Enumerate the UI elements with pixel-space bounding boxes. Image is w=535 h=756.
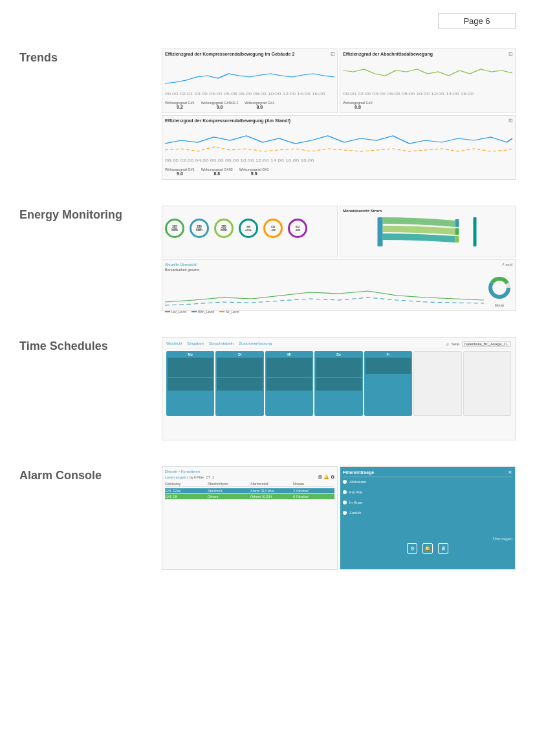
filterungen-label: Filterunggen — [343, 537, 512, 541]
schedule-day-di: Di — [215, 351, 263, 416]
energy-circles-panel: 265kWh 286kWh 295kWh 366of Nc 132-kW — [162, 206, 338, 257]
svg-text:00:00 02:00 04:00 06:00 08:00 : 00:00 02:00 04:00 06:00 08:00 10:00 12:0… — [165, 159, 314, 162]
seite-label: Seite — [452, 342, 460, 346]
filter-icon[interactable]: ⊞ — [318, 475, 322, 480]
close-icon[interactable]: ✕ — [508, 470, 512, 475]
expand-icon-2[interactable]: ⊡ — [508, 51, 513, 57]
schedule-box: Wochicht Eingaben Spruchstabeln Zusammen… — [162, 337, 516, 440]
energy-line-chart — [165, 273, 484, 308]
alarm-content: Dienste > Konsolieren Lesen angetrn by A… — [162, 466, 516, 570]
svg-text:00:90 02:90 04:00 06:00 08:00 : 00:90 02:90 04:00 06:00 08:00 10:00 12:0… — [343, 92, 474, 96]
time-schedules-section: Time Schedules Wochicht Eingaben Spruchs… — [0, 324, 535, 453]
expand-icon-3[interactable]: ⊡ — [508, 118, 513, 124]
alarm-section: Alarm Console Dienste > Konsolieren Lese… — [0, 453, 535, 583]
chart-footer-item-1: Wirkungsgrad G#1 9.2 — [165, 101, 195, 109]
footer-bell-icon[interactable]: 🔔 — [422, 543, 433, 554]
time-schedules-content: Wochicht Eingaben Spruchstabeln Zusammen… — [162, 337, 516, 440]
chart-footer-1: Wirkungsgrad G#1 9.2 Wirkungsgrad G#N02.… — [165, 101, 334, 109]
filter-footer-icons: ⚙ 🔔 🖥 — [343, 543, 512, 554]
filter-item-fur-alle: Für Alle — [343, 490, 512, 494]
energy-label: Energy Monitoring — [19, 206, 149, 222]
trends-section: Trends Effizienzgrad der Kompressorendal… — [0, 36, 535, 193]
alarm-toolbar: Lesen angetrn by A Filter CT 1 ⊞ 🔔 ⚙ — [165, 475, 334, 480]
alarm-label: Alarm Console — [19, 466, 149, 482]
svg-text:00:00 02:01 03:00 04:00 05:08 : 00:00 02:01 03:00 04:00 05:08 06:00 08:0… — [165, 92, 325, 96]
chart-footer-item-4: Wirkungsgrad G#2 8.8 — [343, 101, 373, 109]
alarm-filter-label[interactable]: Lesen angetrn — [165, 475, 188, 479]
trend-chart-2: Effizienzgrad der Abschnittsdalbewegung … — [340, 49, 516, 113]
schedule-day-so — [463, 351, 511, 416]
page-number: Page 6 — [438, 13, 516, 29]
chart-footer-item-6: Wirkungsgrad G#02 8.8 — [201, 167, 233, 176]
filter-panel-title: Filtereintraege — [343, 470, 374, 475]
trend-chart-3-title: Effizienzgrad der Kompressorendalbewegun… — [165, 118, 512, 123]
nav-spruchstabeln[interactable]: Spruchstabeln — [209, 341, 234, 347]
alarm-right-panel: Filtereintraege ✕ Aktivieren Für Alle In… — [340, 466, 516, 570]
svg-rect-3 — [378, 217, 383, 246]
settings-icon[interactable]: ⚙ — [331, 475, 334, 480]
energy-circle-2: 286kWh — [190, 219, 209, 238]
schedule-day-mi: Mi — [265, 351, 313, 416]
energy-circles: 265kWh 286kWh 295kWh 366of Nc 132-kW — [165, 209, 334, 248]
footer-screen-icon[interactable]: 🖥 — [438, 543, 448, 554]
nav-zusammenfassung[interactable]: Zusammenfassung — [239, 341, 272, 347]
trends-content: Effizienzgrad der Kompressorendalbewegun… — [162, 49, 516, 180]
energy-subtitle: Benutzbarkeit gesamt — [165, 268, 512, 272]
footer-gear-icon[interactable]: ⚙ — [407, 543, 417, 554]
trend-chart-1-title: Effizienzgrad der Kompressorendalbewegun… — [165, 52, 334, 56]
refresh-icon[interactable]: ↺ — [446, 342, 449, 347]
alarm-breadcrumb: Dienste > Konsolieren — [165, 470, 334, 473]
time-schedules-label: Time Schedules — [19, 337, 149, 353]
filter-item-zuruck: Zurück — [343, 511, 512, 515]
chart-footer-item-5: Wirkungsgrad G#1 9.0 — [165, 167, 195, 176]
energy-bottom-content: Aktuelle Übersicht! ↗ sortl Benutzbarkei… — [165, 263, 512, 308]
chart-area-3: 00:00 02:00 04:00 06:00 08:00 10:00 12:0… — [165, 124, 512, 166]
alarm-left-panel: Dienste > Konsolieren Lesen angetrn by A… — [162, 466, 338, 570]
chart-area-2: 00:90 02:90 04:00 06:00 08:00 10:00 12:0… — [343, 58, 512, 100]
chart-footer-item-2: Wirkungsgrad G#N02.1 9.8 — [201, 101, 238, 109]
energy-content: 265kWh 286kWh 295kWh 366of Nc 132-kW — [162, 206, 516, 311]
energy-circle-6: 812-kW — [288, 219, 307, 238]
energy-sankey-panel: Monatsbericht Strom — [340, 206, 516, 257]
chart-svg-2: 00:90 02:90 04:00 06:00 08:00 10:00 12:0… — [343, 58, 512, 96]
bell-icon[interactable]: 🔔 — [323, 475, 329, 480]
nav-eingaben[interactable]: Eingaben — [188, 341, 204, 347]
alarm-grid: Dienste > Konsolieren Lesen angetrn by A… — [162, 466, 516, 570]
svg-rect-4 — [455, 219, 459, 227]
trend-chart-1: Effizienzgrad der Kompressorendalbewegun… — [162, 49, 338, 113]
sankey-svg — [343, 214, 512, 250]
energy-section: Energy Monitoring 265kWh 286kWh 295kWh 3… — [0, 193, 535, 324]
schedule-selector[interactable]: Datenbstal_BC_Analge_1.L — [462, 341, 511, 347]
energy-circle-3: 295kWh — [214, 219, 234, 238]
schedule-day-do: Do — [314, 351, 362, 416]
trends-grid: Effizienzgrad der Kompressorendalbewegun… — [162, 49, 516, 180]
page-header: Page 6 — [0, 0, 535, 36]
chart-footer-3: Wirkungsgrad G#1 9.0 Wirkungsgrad G#02 8… — [165, 167, 512, 176]
schedule-days-grid: Mo Di Mi Do — [166, 351, 511, 416]
schedule-day-mo: Mo — [166, 351, 214, 416]
schedule-nav: Wochicht Eingaben Spruchstabeln Zusammen… — [166, 341, 511, 349]
trends-label: Trends — [19, 49, 149, 65]
energy-grid: 265kWh 286kWh 295kWh 366of Nc 132-kW — [162, 206, 516, 311]
svg-rect-7 — [474, 217, 477, 246]
trend-chart-3: Effizienzgrad der Kompressorendalbewegun… — [162, 115, 516, 180]
filter-item-aktivieren: Aktivieren — [343, 480, 512, 484]
nav-wochicht[interactable]: Wochicht — [166, 341, 182, 347]
chart-footer-2: Wirkungsgrad G#2 8.8 — [343, 101, 512, 109]
filter-items: Aktivieren Für Alle In Krise Zurück — [343, 480, 512, 517]
svg-rect-6 — [455, 236, 459, 243]
schedule-day-sa — [413, 351, 461, 416]
alarm-row-2[interactable]: G#1 Eff Others Others 01234 6 Oktober — [165, 494, 334, 500]
alarm-table-header: Gebäurey Abschnittyen Alarmensid Niveau — [165, 482, 334, 487]
expand-icon-1[interactable]: ⊡ — [331, 51, 335, 57]
energy-circle-4: 366of Nc — [239, 219, 258, 238]
sankey-title: Monatsbericht Strom — [343, 209, 512, 213]
alarm-row-1[interactable]: G#1 ZZev Abschnitt Alarm 014 Mus 2 Oktob… — [165, 488, 334, 494]
svg-rect-5 — [455, 228, 459, 235]
energy-bottom-title: Aktuelle Übersicht! — [165, 263, 197, 266]
chart-area-1: 00:00 02:01 03:00 04:00 05:08 06:00 08:0… — [165, 58, 334, 100]
schedule-day-fr: Fr — [364, 351, 412, 416]
energy-circle-5: 132-kW — [263, 219, 283, 238]
chart-footer-item-3: Wirkungsgrad G#2 8.8 — [245, 101, 274, 109]
energy-sort-icon: ↗ sortl — [501, 263, 512, 266]
